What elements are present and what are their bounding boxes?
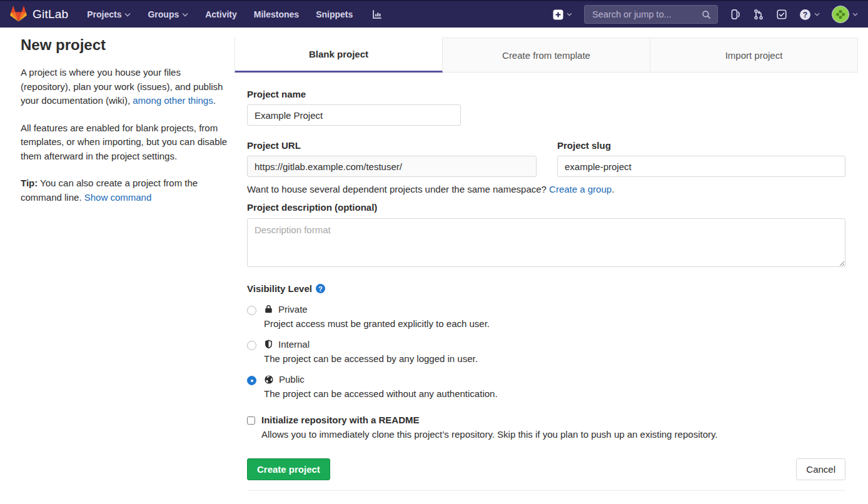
visibility-option-private[interactable]: Private Project access must be granted e… [247,304,845,329]
brand-name: GitLab [33,8,68,21]
tab-import-project[interactable]: Import project [650,38,858,73]
project-slug-input[interactable] [557,156,845,177]
search-icon [702,10,711,19]
page-title: New project [21,36,230,54]
global-search[interactable] [584,5,718,24]
public-option-name: Public [279,374,305,385]
initialize-readme-checkbox[interactable] [247,416,255,425]
project-name-input[interactable] [247,104,461,126]
nav-item-snippets[interactable]: Snippets [316,9,353,19]
show-command-link[interactable]: Show command [84,192,152,203]
nav-item-groups[interactable]: Groups [148,9,188,19]
blank-project-form: Project name Project URL Project slug Wa… [235,73,858,491]
tab-blank-project[interactable]: Blank project [235,38,443,73]
user-menu-button[interactable] [832,6,858,23]
plus-square-icon [553,9,563,20]
new-project-description-panel: New project A project is where you house… [21,36,230,218]
lock-icon [264,305,273,314]
namespace-hint: Want to house several dependent projects… [247,184,845,194]
internal-option-desc: The project can be accessed by any logge… [264,353,478,364]
private-option-desc: Project access must be granted explicitl… [264,318,490,329]
tip-paragraph: Tip: You can also create a project from … [21,176,230,204]
features-paragraph: All features are enabled for blank proje… [21,121,230,164]
chevron-down-icon [124,13,131,17]
create-project-button[interactable]: Create project [247,458,330,480]
project-slug-label: Project slug [557,140,845,151]
avatar [832,6,849,23]
visibility-help-icon[interactable]: ? [316,284,325,293]
visibility-option-public[interactable]: Public The project can be accessed witho… [247,374,845,399]
form-actions: Create project Cancel [247,458,845,491]
internal-radio[interactable] [247,341,256,350]
chevron-down-icon [567,13,572,16]
top-navbar: GitLab Projects Groups Activity Mileston… [0,0,868,28]
help-question-icon: ? [799,9,811,21]
nav-item-activity[interactable]: Activity [205,9,237,19]
project-url-input[interactable] [247,156,537,177]
project-description-textarea[interactable] [247,218,845,267]
project-description-label: Project description (optional) [247,202,845,213]
merge-request-icon [753,9,764,20]
internal-option-name: Internal [278,339,310,350]
primary-nav: Projects Groups Activity Milestones Snip… [87,9,383,20]
shield-icon [264,340,273,349]
project-type-tabs: Blank project Create from template Impor… [235,38,858,73]
navbar-right-group: ? [553,5,858,24]
visibility-level-label: Visibility Level [247,283,312,294]
globe-icon [264,375,274,385]
svg-text:?: ? [803,10,807,19]
tab-create-from-template[interactable]: Create from template [443,38,650,73]
chevron-down-icon [852,13,858,16]
among-other-things-link[interactable]: among other things [133,95,213,106]
help-menu-button[interactable]: ? [799,9,820,21]
merge-requests-button[interactable] [753,9,764,20]
nav-item-milestones[interactable]: Milestones [254,9,299,19]
nav-item-projects[interactable]: Projects [87,9,131,19]
search-input[interactable] [591,9,691,20]
initialize-readme-label: Initialize repository with a README [261,415,718,425]
gitlab-tanuki-logo-icon [10,6,27,24]
todos-button[interactable] [776,9,787,20]
public-option-desc: The project can be accessed without any … [264,388,498,399]
private-radio[interactable] [247,306,256,315]
issues-icon [730,9,741,20]
project-url-label: Project URL [247,140,537,151]
chevron-down-icon [182,13,188,17]
gitlab-home-link[interactable]: GitLab [10,6,68,24]
project-name-label: Project name [247,89,845,99]
intro-paragraph: A project is where you house your files … [21,66,230,108]
chevron-down-icon [814,13,820,16]
analytics-icon[interactable] [371,9,383,20]
new-project-form-panel: Blank project Create from template Impor… [235,38,858,491]
public-radio[interactable] [247,376,256,385]
todo-check-icon [776,9,787,20]
initialize-readme-option[interactable]: Initialize repository with a README Allo… [247,415,845,440]
cancel-button[interactable]: Cancel [796,458,845,480]
visibility-level-header: Visibility Level ? [247,283,845,294]
create-a-group-link[interactable]: Create a group [549,184,612,194]
private-option-name: Private [278,304,308,315]
initialize-readme-desc: Allows you to immediately clone this pro… [261,429,718,440]
new-menu-button[interactable] [553,9,572,20]
visibility-option-internal[interactable]: Internal The project can be accessed by … [247,339,845,364]
issues-button[interactable] [730,9,741,20]
